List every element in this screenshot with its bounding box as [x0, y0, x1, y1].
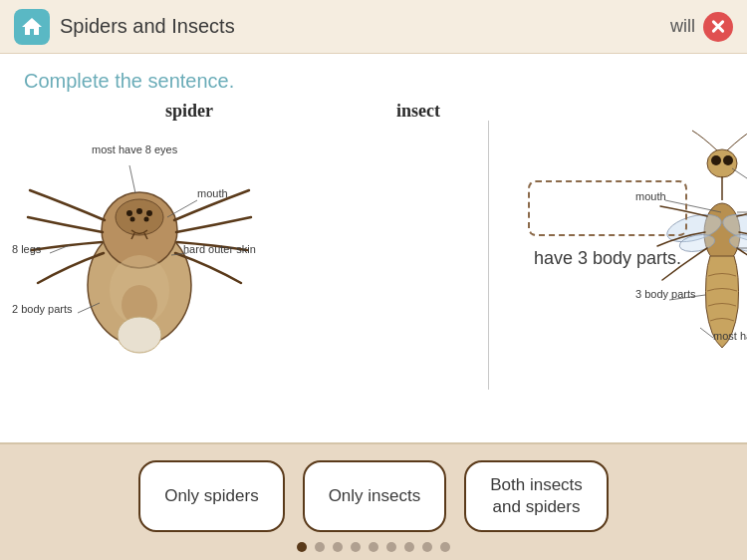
svg-point-4 [136, 208, 142, 214]
pagination-dot-2[interactable] [315, 542, 325, 552]
close-button[interactable] [703, 12, 733, 42]
spider-bodyparts-label: 2 body parts [12, 303, 73, 315]
pagination-dot-3[interactable] [333, 542, 343, 552]
answer-input-box[interactable] [528, 180, 687, 236]
spider-mouth-label: mouth [197, 187, 228, 199]
svg-point-3 [126, 210, 132, 216]
app-icon [14, 9, 50, 45]
insect-section: insect [319, 101, 518, 400]
pagination-dot-4[interactable] [351, 542, 361, 552]
svg-point-7 [144, 217, 149, 222]
header-left: Spiders and Insects [14, 9, 235, 45]
svg-point-6 [130, 217, 135, 222]
insect-bodyparts-label: 3 body parts [635, 288, 696, 300]
diagram-area: spider [0, 101, 747, 410]
answer-box-section: have 3 body parts. [508, 180, 707, 269]
svg-point-12 [118, 317, 161, 353]
answer-suffix-text: have 3 body parts. [534, 248, 681, 269]
pagination-dot-7[interactable] [404, 542, 414, 552]
insect-wings-label: most have wings [713, 330, 747, 342]
main-content: Complete the sentence. spider [0, 54, 747, 442]
svg-point-20 [723, 155, 733, 165]
spider-eyes-label: most have 8 eyes [92, 143, 177, 155]
pagination-dot-9[interactable] [440, 542, 450, 552]
spider-skin-label: hard outer skin [183, 243, 256, 255]
insect-title: insect [319, 101, 518, 122]
svg-point-19 [711, 155, 721, 165]
bottom-bar: Only spiders Only insects Both insectsan… [0, 442, 747, 560]
pagination [297, 542, 450, 552]
svg-point-18 [707, 149, 737, 177]
header-right: will [670, 12, 733, 42]
app-title: Spiders and Insects [60, 15, 235, 38]
spider-illustration [10, 136, 269, 375]
option1-button[interactable]: Only spiders [138, 460, 284, 532]
pagination-dot-6[interactable] [386, 542, 396, 552]
spider-legs-label: 8 legs [12, 243, 41, 255]
pagination-dot-5[interactable] [369, 542, 378, 552]
spider-image-container: most have 8 eyes mouth 8 legs hard outer… [10, 126, 309, 385]
pagination-dot-8[interactable] [422, 542, 432, 552]
app-header: Spiders and Insects will [0, 0, 747, 54]
spider-title: spider [50, 101, 329, 122]
answer-buttons-group: Only spiders Only insects Both insectsan… [138, 460, 609, 532]
svg-point-2 [116, 199, 163, 235]
spider-section: spider [10, 101, 329, 400]
pagination-dot-1[interactable] [297, 542, 307, 552]
house-icon [20, 15, 44, 39]
svg-point-5 [146, 210, 152, 216]
option3-button[interactable]: Both insectsand spiders [464, 460, 609, 532]
option2-button[interactable]: Only insects [303, 460, 447, 532]
user-label: will [670, 16, 695, 37]
instruction-text: Complete the sentence. [0, 54, 747, 101]
